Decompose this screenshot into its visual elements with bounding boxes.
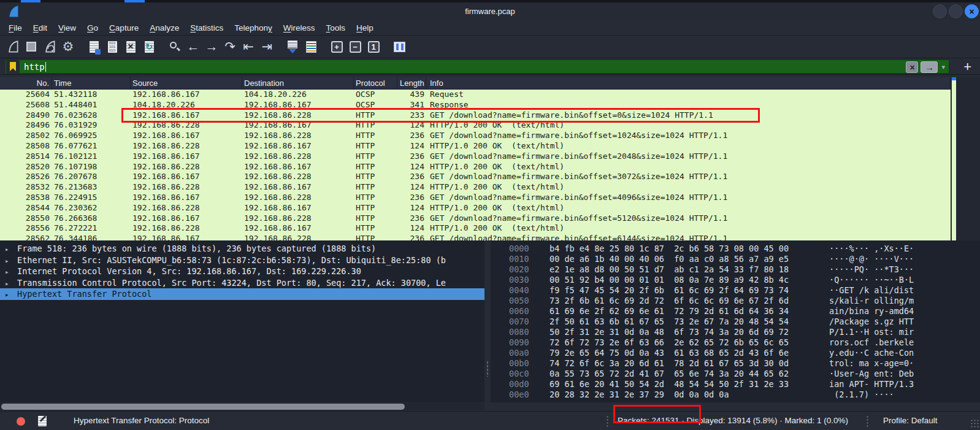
- packet-cell-dst[interactable]: 192.168.86.228: [242, 234, 354, 240]
- hex-ascii[interactable]: ····@·@· ····V···: [829, 254, 914, 264]
- find-packet-icon[interactable]: [166, 38, 184, 55]
- hex-ascii[interactable]: y.edu··C ache-Con: [829, 348, 914, 358]
- menu-item-wireless[interactable]: Wireless: [278, 23, 321, 33]
- hex-bytes[interactable]: 69 61 6e 20 41 50 54 2d 48 54 54 50 2f 3…: [549, 379, 829, 390]
- packet-cell-dst[interactable]: 192.168.86.167: [242, 141, 354, 152]
- open-file-icon[interactable]: [85, 38, 103, 55]
- packet-cell-proto[interactable]: HTTP: [354, 223, 397, 234]
- packet-cell-info[interactable]: Request: [426, 90, 951, 100]
- packet-cell-info[interactable]: HTTP/1.0 200 OK (text/html): [426, 182, 951, 193]
- packet-cell-info[interactable]: HTTP/1.0 200 OK (text/html): [426, 162, 951, 172]
- auto-scroll-icon[interactable]: [283, 38, 302, 55]
- close-button[interactable]: ×: [965, 4, 979, 18]
- packet-cell-src[interactable]: 192.168.86.228: [131, 182, 242, 193]
- hex-row[interactable]: 00c00a 55 73 65 72 2d 41 67 65 6e 74 3a …: [491, 369, 980, 379]
- packet-row[interactable]: 2856276.344186192.168.86.167192.168.86.2…: [0, 234, 951, 240]
- hex-ascii[interactable]: (2.1.7) ····: [829, 390, 894, 400]
- packet-row[interactable]: 2852076.107198192.168.86.228192.168.86.1…: [0, 162, 951, 172]
- scrollbar-position-marker[interactable]: [952, 77, 956, 80]
- packet-cell-proto[interactable]: HTTP: [354, 193, 397, 203]
- packet-cell-len[interactable]: 236: [397, 152, 426, 162]
- go-first-packet-icon[interactable]: ⇤: [239, 38, 258, 55]
- titlebar[interactable]: firmware.pcap ×: [0, 2, 980, 20]
- packet-cell-time[interactable]: 76.266368: [52, 213, 131, 224]
- packet-cell-src[interactable]: 192.168.86.228: [131, 162, 242, 172]
- column-header-dst[interactable]: Destination: [242, 77, 354, 89]
- packet-cell-src[interactable]: 192.168.86.167: [131, 213, 242, 224]
- packet-cell-no[interactable]: 28490: [0, 110, 52, 121]
- packet-cell-time[interactable]: 76.272221: [52, 223, 131, 234]
- packet-cell-proto[interactable]: HTTP: [354, 203, 397, 213]
- expand-arrow-icon[interactable]: ▸: [5, 244, 17, 255]
- filter-add-button[interactable]: +: [963, 58, 971, 75]
- colorize-packets-icon[interactable]: [302, 38, 320, 55]
- hex-bytes[interactable]: 00 de a6 1b 40 00 40 06 f0 aa c0 a8 56 a…: [549, 254, 829, 264]
- hex-row[interactable]: 009072 6f 72 73 2e 6f 63 66 2e 62 65 72 …: [491, 337, 980, 348]
- packet-cell-time[interactable]: 51.448401: [52, 100, 131, 110]
- packet-cell-src[interactable]: 192.168.86.167: [131, 131, 242, 141]
- packet-list-scrollbar-minimap[interactable]: [952, 77, 956, 240]
- packet-cell-len[interactable]: 236: [397, 234, 426, 240]
- packet-cell-src[interactable]: 192.168.86.228: [131, 141, 242, 152]
- start-capture-icon[interactable]: [4, 38, 22, 55]
- hex-row[interactable]: 005073 2f 6b 61 6c 69 2d 72 6f 6c 6c 69 …: [491, 296, 980, 306]
- capture-comment-icon[interactable]: [38, 416, 47, 426]
- column-header-no[interactable]: No.: [0, 77, 52, 89]
- packet-cell-time[interactable]: 76.107198: [52, 162, 131, 172]
- go-back-icon[interactable]: ←: [184, 38, 202, 55]
- packet-row[interactable]: 2853276.213683192.168.86.228192.168.86.1…: [0, 182, 951, 193]
- packet-row[interactable]: 2852676.207678192.168.86.167192.168.86.2…: [0, 172, 951, 182]
- packet-cell-src[interactable]: 192.168.86.167: [131, 90, 242, 100]
- filter-bookmark-icon[interactable]: [6, 60, 20, 73]
- packet-cell-dst[interactable]: 192.168.86.228: [242, 172, 354, 182]
- packet-cell-time[interactable]: 76.213683: [52, 182, 131, 193]
- filter-clear-button[interactable]: ×: [906, 61, 918, 73]
- stop-capture-icon[interactable]: [22, 38, 40, 55]
- column-header-info[interactable]: Info: [426, 77, 951, 89]
- packet-cell-dst[interactable]: 192.168.86.167: [242, 162, 354, 172]
- hex-bytes[interactable]: f9 f5 47 45 54 20 2f 6b 61 6c 69 2f 64 6…: [549, 285, 829, 296]
- packet-cell-proto[interactable]: HTTP: [354, 141, 397, 152]
- packet-cell-info[interactable]: GET /download?name=firmware.bin&offset=4…: [426, 193, 951, 203]
- hex-bytes[interactable]: 73 2f 6b 61 6c 69 2d 72 6f 6c 6c 69 6e 6…: [549, 296, 829, 306]
- hex-bytes[interactable]: 00 51 92 b4 00 00 01 01 08 0a 7e 89 a9 4…: [549, 275, 829, 285]
- detail-line[interactable]: ▸Frame 518: 236 bytes on wire (1888 bits…: [0, 243, 484, 255]
- packet-cell-no[interactable]: 25604: [0, 90, 52, 100]
- hex-row[interactable]: 001000 de a6 1b 40 00 40 06 f0 aa c0 a8 …: [491, 254, 980, 264]
- packet-cell-len[interactable]: 124: [397, 223, 426, 234]
- packet-cell-time[interactable]: 76.344186: [52, 234, 131, 240]
- packet-row[interactable]: 2855076.266368192.168.86.167192.168.86.2…: [0, 213, 951, 224]
- close-file-icon[interactable]: ×: [121, 38, 140, 55]
- hex-ascii[interactable]: ··GET /k ali/dist: [829, 285, 914, 296]
- zoom-out-icon[interactable]: −: [346, 38, 364, 55]
- packet-cell-proto[interactable]: OCSP: [354, 90, 397, 100]
- profile-label[interactable]: Profile: Default: [883, 416, 938, 425]
- expert-info-icon[interactable]: [17, 417, 25, 426]
- detail-line[interactable]: ▸Ethernet II, Src: ASUSTekCOMPU_b6:58:73…: [0, 255, 484, 266]
- packet-cell-proto[interactable]: HTTP: [354, 182, 397, 193]
- packet-cell-time[interactable]: 76.069925: [52, 131, 131, 141]
- packet-cell-time[interactable]: 51.432118: [52, 90, 131, 100]
- column-header-proto[interactable]: Protocol: [354, 77, 397, 89]
- detail-line[interactable]: ▸Transmission Control Protocol, Src Port…: [0, 277, 484, 289]
- packet-cell-proto[interactable]: HTTP: [354, 131, 397, 141]
- restart-capture-icon[interactable]: [40, 38, 59, 55]
- packet-row[interactable]: 2850276.069925192.168.86.167192.168.86.2…: [0, 131, 951, 141]
- hex-ascii[interactable]: ·User-Ag ent: Deb: [829, 369, 914, 379]
- hex-row[interactable]: 00702f 50 61 63 6b 61 67 65 73 2e 67 7a …: [491, 317, 980, 327]
- packet-cell-len[interactable]: 439: [397, 90, 426, 100]
- hex-ascii[interactable]: ····%··· ,·Xs··E·: [829, 244, 914, 254]
- packet-cell-no[interactable]: 28538: [0, 193, 52, 203]
- hex-bytes[interactable]: 72 6f 72 73 2e 6f 63 66 2e 62 65 72 6b 6…: [549, 337, 829, 348]
- hex-row[interactable]: 003000 51 92 b4 00 00 01 01 08 0a 7e 89 …: [491, 275, 980, 285]
- packet-cell-no[interactable]: 28532: [0, 182, 52, 193]
- expand-arrow-icon[interactable]: ▸: [5, 278, 17, 289]
- splitter-handle-icon[interactable]: [486, 361, 489, 377]
- packet-row[interactable]: 2855676.272221192.168.86.228192.168.86.1…: [0, 223, 951, 234]
- packet-cell-dst[interactable]: 192.168.86.228: [242, 152, 354, 162]
- save-file-icon[interactable]: 010101010: [103, 38, 121, 55]
- hex-ascii[interactable]: ain/bina ry-amd64: [829, 306, 914, 317]
- hex-ascii[interactable]: P/1.1··H ost: mir: [829, 327, 914, 337]
- column-header-time[interactable]: Time: [52, 77, 131, 89]
- packet-cell-dst[interactable]: 192.168.86.167: [242, 223, 354, 234]
